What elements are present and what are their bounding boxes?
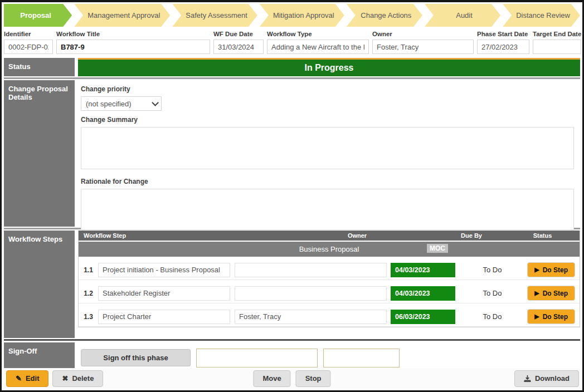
download-icon bbox=[524, 375, 531, 382]
phase-start-date-field-group: Phase Start Date bbox=[477, 31, 529, 54]
step-owner-input[interactable] bbox=[235, 263, 387, 277]
rationale-textarea[interactable] bbox=[81, 189, 574, 230]
phase-start-date-label: Phase Start Date bbox=[477, 31, 529, 37]
play-icon: ▶ bbox=[534, 313, 539, 320]
move-label: Move bbox=[262, 374, 281, 383]
phase-distance-review[interactable]: Distance Review bbox=[503, 4, 580, 27]
bottom-toolbar: ✎ Edit ✖ Delete Move Stop Download bbox=[4, 368, 580, 389]
change-priority-select[interactable]: (not specified) bbox=[81, 96, 162, 111]
step-owner-input[interactable] bbox=[235, 310, 387, 324]
do-step-label: Do Step bbox=[543, 266, 568, 274]
change-priority-value: (not specified) bbox=[86, 100, 132, 108]
due-date-badge: 06/03/2023 bbox=[391, 310, 455, 324]
play-icon: ▶ bbox=[534, 290, 539, 297]
step-status: To Do bbox=[458, 266, 527, 274]
edit-label: Edit bbox=[26, 374, 40, 383]
workflow-title-label: Workflow Title bbox=[56, 31, 210, 37]
phase-change-actions[interactable]: Change Actions bbox=[347, 4, 422, 27]
step-name-input[interactable] bbox=[98, 310, 230, 324]
table-row: 1.2 04/03/2023 To Do ▶ Do Step bbox=[79, 280, 580, 303]
section-divider bbox=[4, 339, 580, 341]
status-section-label: Status bbox=[4, 58, 75, 76]
sign-off-section: Sign-Off Sign off this phase bbox=[4, 342, 580, 371]
table-row: 1.1 04/03/2023 To Do ▶ Do Step bbox=[79, 257, 580, 280]
owner-label: Owner bbox=[372, 31, 474, 37]
sign-off-name-input[interactable] bbox=[196, 349, 318, 367]
step-name-input[interactable] bbox=[98, 286, 230, 301]
stop-button[interactable]: Stop bbox=[296, 370, 331, 387]
download-label: Download bbox=[535, 374, 570, 383]
sign-off-phase-button[interactable]: Sign off this phase bbox=[81, 349, 191, 366]
workflow-title-input[interactable] bbox=[56, 40, 210, 54]
step-name-input[interactable] bbox=[98, 263, 230, 277]
identifier-field-group: Identifier bbox=[4, 31, 53, 54]
workflow-steps-section: Workflow Steps Workflow Step Owner Due B… bbox=[4, 231, 580, 338]
wf-due-date-input[interactable] bbox=[213, 40, 264, 54]
move-button[interactable]: Move bbox=[253, 370, 290, 387]
do-step-button[interactable]: ▶ Do Step bbox=[527, 286, 575, 301]
workflow-type-label: Workflow Type bbox=[267, 31, 369, 37]
workflow-steps-section-label: Workflow Steps bbox=[4, 231, 75, 338]
wf-due-date-label: WF Due Date bbox=[213, 31, 264, 37]
step-status: To Do bbox=[458, 289, 527, 297]
change-priority-label: Change priority bbox=[81, 85, 576, 93]
do-step-button[interactable]: ▶ Do Step bbox=[527, 262, 575, 277]
rationale-label: Rationale for Change bbox=[81, 178, 576, 185]
step-number: 1.1 bbox=[79, 266, 98, 274]
status-section: Status In Progress bbox=[4, 58, 580, 76]
step-status: To Do bbox=[458, 312, 527, 321]
change-proposal-details-section: Change Proposal Details Change priority … bbox=[4, 80, 580, 227]
download-button[interactable]: Download bbox=[514, 370, 579, 387]
target-end-date-field-group: Target End Date bbox=[533, 31, 581, 54]
identifier-input[interactable] bbox=[4, 40, 53, 54]
owner-field-group: Owner bbox=[372, 31, 474, 54]
workflow-header-fields: Identifier Workflow Title WF Due Date Wo… bbox=[4, 31, 580, 54]
step-group-row: Business Proposal MOC bbox=[79, 242, 580, 257]
phase-management-approval[interactable]: Management Approval bbox=[74, 4, 170, 27]
column-header-owner: Owner bbox=[279, 232, 435, 239]
due-date-badge: 04/03/2023 bbox=[391, 263, 455, 277]
phase-start-date-input[interactable] bbox=[477, 40, 529, 54]
identifier-label: Identifier bbox=[4, 31, 53, 37]
sign-off-date-input[interactable] bbox=[323, 349, 400, 367]
owner-input[interactable] bbox=[372, 40, 474, 54]
close-icon: ✖ bbox=[62, 374, 68, 383]
due-date-badge: 04/03/2023 bbox=[391, 286, 455, 301]
do-step-button[interactable]: ▶ Do Step bbox=[527, 309, 575, 324]
change-summary-textarea[interactable] bbox=[81, 127, 574, 169]
table-header-row: Workflow Step Owner Due By Status bbox=[79, 231, 580, 242]
step-number: 1.2 bbox=[79, 290, 98, 297]
workflow-type-input[interactable] bbox=[267, 40, 369, 54]
phase-safety-assessment[interactable]: Safety Assessment bbox=[172, 4, 257, 27]
target-end-date-input[interactable] bbox=[533, 40, 581, 54]
stop-label: Stop bbox=[305, 374, 322, 383]
step-group-name: Business Proposal bbox=[299, 245, 359, 253]
chevron-down-icon bbox=[152, 99, 159, 106]
target-end-date-label: Target End Date bbox=[533, 31, 581, 37]
change-summary-label: Change Summary bbox=[81, 116, 576, 124]
do-step-label: Do Step bbox=[543, 290, 568, 297]
step-owner-input[interactable] bbox=[235, 286, 387, 301]
sign-off-section-label: Sign-Off bbox=[4, 342, 75, 371]
pencil-icon: ✎ bbox=[16, 374, 22, 383]
phase-mitigation-approval[interactable]: Mitigation Approval bbox=[260, 4, 344, 27]
play-icon: ▶ bbox=[534, 266, 539, 273]
workflow-steps-table: Workflow Step Owner Due By Status Busine… bbox=[78, 231, 580, 327]
do-step-label: Do Step bbox=[543, 313, 568, 321]
step-number: 1.3 bbox=[79, 313, 98, 321]
phase-breadcrumb: Proposal Management Approval Safety Asse… bbox=[4, 4, 580, 27]
phase-proposal[interactable]: Proposal bbox=[4, 4, 72, 27]
edit-button[interactable]: ✎ Edit bbox=[6, 370, 48, 387]
column-header-workflow-step: Workflow Step bbox=[79, 232, 279, 239]
delete-label: Delete bbox=[72, 374, 94, 383]
workflow-title-field-group: Workflow Title bbox=[56, 31, 210, 54]
table-row: 1.3 06/03/2023 To Do ▶ Do Step bbox=[79, 303, 580, 327]
section-divider bbox=[4, 77, 580, 79]
delete-button[interactable]: ✖ Delete bbox=[52, 370, 103, 387]
phase-audit[interactable]: Audit bbox=[425, 4, 500, 27]
workflow-window: Proposal Management Approval Safety Asse… bbox=[0, 0, 584, 392]
column-header-status: Status bbox=[508, 232, 577, 239]
status-banner: In Progress bbox=[78, 58, 580, 76]
moc-badge: MOC bbox=[427, 244, 448, 253]
change-proposal-section-label: Change Proposal Details bbox=[4, 80, 75, 227]
